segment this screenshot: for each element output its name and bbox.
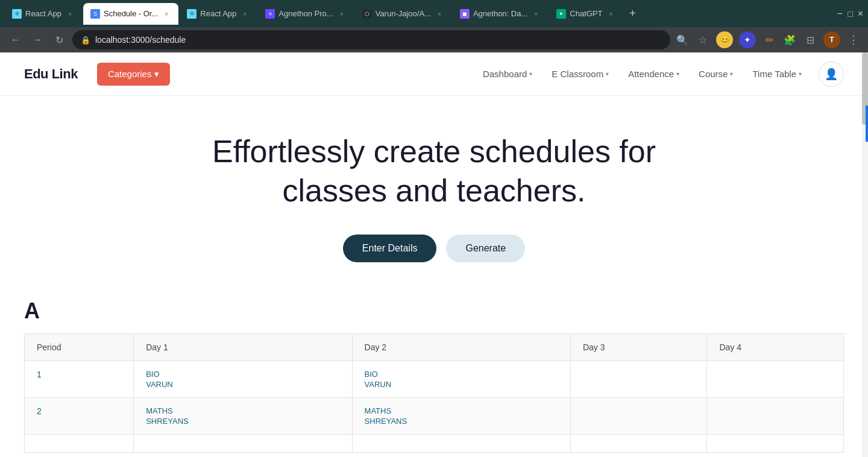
nav-attendence-label: Attendence — [628, 69, 674, 79]
address-bar-controls: 🔍 ☆ 😊 ✦ ✏ 🧩 ⊟ T ⋮ — [675, 31, 861, 48]
day2-period2-cell: MATHS SHREYANS — [352, 398, 570, 435]
col-header-day3: Day 3 — [570, 334, 707, 361]
tab-varun-jajoo[interactable]: ⬡ Varun-Jajoo/A... × — [355, 3, 451, 25]
nav-links: Dashboard ▾ E Classroom ▾ Attendence ▾ C… — [476, 61, 844, 87]
nav-eclassroom-label: E Classroom — [552, 69, 603, 79]
tab-schedule[interactable]: S Schedule - Or... × — [83, 3, 178, 25]
url-text: localhost:3000/schedule — [95, 35, 186, 45]
day4-period3-cell — [707, 435, 844, 453]
day1-period2-cell: MATHS SHREYANS — [134, 398, 352, 435]
maximize-button[interactable]: □ — [848, 9, 852, 19]
day4-period1-cell — [707, 361, 844, 398]
tab-label-react-1: React App — [25, 9, 61, 18]
tab-react-app-2[interactable]: ⚛ React App × — [180, 3, 257, 25]
lock-icon: 🔒 — [81, 36, 90, 45]
search-icon[interactable]: 🔍 — [675, 33, 690, 47]
tab-agnethon-da[interactable]: ◼ Agnethon: Da... × — [453, 3, 548, 25]
generate-button[interactable]: Generate — [446, 235, 525, 262]
day3-period2-cell — [570, 398, 707, 435]
section-letter: A — [24, 298, 844, 324]
eclassroom-chevron-icon: ▾ — [606, 71, 609, 77]
minimize-button[interactable]: − — [837, 8, 843, 19]
col-header-day1: Day 1 — [134, 334, 352, 361]
user-profile-button[interactable]: 👤 — [819, 61, 844, 87]
day2-period2-teacher: SHREYANS — [365, 417, 558, 426]
sidebar-toggle-icon[interactable]: ⊟ — [803, 33, 817, 47]
nav-timetable[interactable]: Time Table ▾ — [745, 64, 809, 84]
tab-label-agnethon-da: Agnethon: Da... — [473, 9, 527, 18]
tab-close-agnethon-pro[interactable]: × — [337, 9, 347, 19]
tab-favicon-react-1: ⚛ — [12, 9, 22, 19]
tab-close-chatgpt[interactable]: × — [606, 9, 615, 19]
extension-icon-3[interactable]: ✏ — [762, 33, 776, 47]
tab-close-varun[interactable]: × — [435, 9, 444, 19]
nav-dashboard[interactable]: Dashboard ▾ — [476, 64, 539, 84]
profile-avatar[interactable]: T — [823, 31, 840, 48]
hero-title-line1: Effortlessly create schedules for — [212, 134, 656, 169]
user-icon: 👤 — [825, 68, 838, 81]
table-row: 2 MATHS SHREYANS MATHS SHREYANS — [25, 398, 844, 435]
tab-chatgpt[interactable]: ✦ ChatGPT × — [549, 3, 623, 25]
tab-close-schedule[interactable]: × — [162, 9, 171, 19]
period-1-cell: 1 — [25, 361, 134, 398]
categories-button[interactable]: Categories ▾ — [97, 63, 170, 86]
back-button[interactable]: ← — [7, 31, 24, 48]
day1-period1-cell: BIO VARUN — [134, 361, 352, 398]
extension-icon-2[interactable]: ✦ — [739, 31, 756, 48]
day2-period2-subject: MATHS — [365, 406, 558, 415]
menu-icon[interactable]: ⋮ — [846, 33, 861, 47]
dashboard-chevron-icon: ▾ — [529, 71, 532, 77]
period-1-number: 1 — [37, 370, 42, 379]
course-chevron-icon: ▾ — [730, 71, 733, 77]
col-header-day2: Day 2 — [352, 334, 570, 361]
brand-logo: Edu Link — [24, 66, 78, 82]
table-header: Period Day 1 Day 2 Day 3 Day 4 — [25, 334, 844, 361]
scrollbar[interactable] — [862, 52, 868, 457]
period-2-number: 2 — [37, 406, 42, 416]
period-2-cell: 2 — [25, 398, 134, 435]
address-bar-row: ← → ↻ 🔒 localhost:3000/schedule 🔍 ☆ 😊 ✦ … — [0, 27, 868, 52]
extension-icon-1[interactable]: 😊 — [716, 31, 733, 48]
nav-timetable-label: Time Table — [752, 69, 796, 79]
col-header-day4: Day 4 — [707, 334, 844, 361]
tab-react-app-1[interactable]: ⚛ React App × — [5, 3, 82, 25]
day2-period1-teacher: VARUN — [365, 380, 558, 389]
tab-label-schedule: Schedule - Or... — [104, 9, 158, 18]
table-row — [25, 435, 844, 453]
extensions-icon[interactable]: 🧩 — [782, 33, 797, 47]
nav-attendence[interactable]: Attendence ▾ — [621, 64, 687, 84]
browser-chrome: ⚛ React App × S Schedule - Or... × ⚛ Rea… — [0, 0, 868, 52]
refresh-button[interactable]: ↻ — [51, 31, 68, 48]
bookmark-star-icon[interactable]: ☆ — [696, 33, 710, 47]
tab-favicon-agnethon-da: ◼ — [460, 9, 470, 19]
period-3-cell — [25, 435, 134, 453]
close-button[interactable]: × — [858, 8, 863, 19]
hero-section: Effortlessly create schedules for classe… — [0, 96, 868, 286]
tab-close-react-1[interactable]: × — [65, 9, 75, 19]
forward-button[interactable]: → — [29, 31, 46, 48]
tab-agnethon-pro[interactable]: ≡ Agnethon Pro... × — [258, 3, 353, 25]
tab-favicon-schedule: S — [90, 9, 100, 19]
address-bar[interactable]: 🔒 localhost:3000/schedule — [72, 30, 670, 49]
tab-close-react-2[interactable]: × — [240, 9, 250, 19]
nav-course-label: Course — [699, 69, 728, 79]
hero-title: Effortlessly create schedules for classe… — [212, 132, 656, 210]
tab-label-agnethon-pro: Agnethon Pro... — [278, 9, 333, 18]
new-tab-button[interactable]: + — [624, 5, 641, 22]
table-row: 1 BIO VARUN BIO VARUN — [25, 361, 844, 398]
day2-period3-cell — [352, 435, 570, 453]
nav-dashboard-label: Dashboard — [483, 69, 527, 79]
day4-period2-cell — [707, 398, 844, 435]
navbar: Edu Link Categories ▾ Dashboard ▾ E Clas… — [0, 52, 868, 96]
day3-period1-cell — [570, 361, 707, 398]
nav-eclassroom[interactable]: E Classroom ▾ — [544, 64, 616, 84]
tab-favicon-agnethon-pro: ≡ — [265, 9, 275, 19]
tab-label-chatgpt: ChatGPT — [570, 9, 602, 18]
tab-close-agnethon-da[interactable]: × — [531, 9, 541, 19]
nav-course[interactable]: Course ▾ — [691, 64, 740, 84]
timetable-chevron-icon: ▾ — [799, 71, 802, 77]
enter-details-button[interactable]: Enter Details — [343, 235, 437, 262]
day1-period1-subject: BIO — [146, 370, 339, 379]
table-body: 1 BIO VARUN BIO VARUN 2 — [25, 361, 844, 453]
day1-period1-teacher: VARUN — [146, 380, 339, 389]
